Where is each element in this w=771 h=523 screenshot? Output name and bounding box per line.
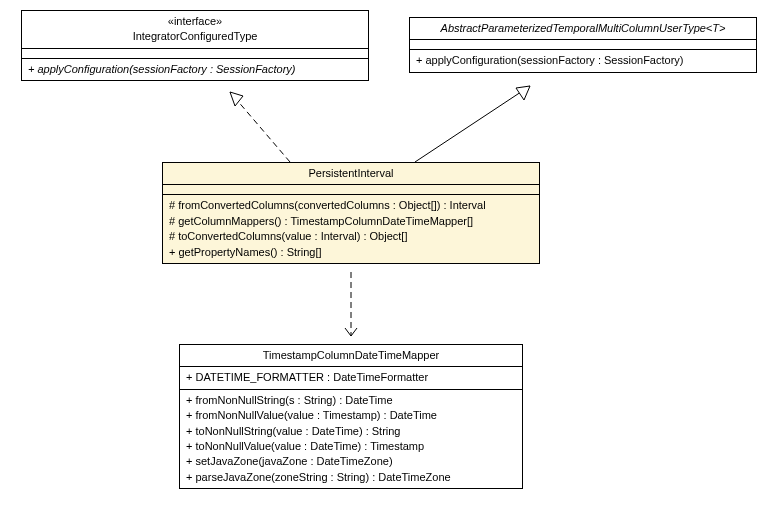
abstract-class-box: AbstractParameterizedTemporalMultiColumn… bbox=[409, 17, 757, 73]
svg-line-0 bbox=[230, 92, 290, 162]
persistent-method-3: + getPropertyNames() : String[] bbox=[169, 245, 533, 260]
persistent-method-2: # toConvertedColumns(value : Interval) :… bbox=[169, 229, 533, 244]
persistent-interval-name: PersistentInterval bbox=[169, 166, 533, 181]
mapper-method-2: + toNonNullString(value : DateTime) : St… bbox=[186, 424, 516, 439]
mapper-class-box: TimestampColumnDateTimeMapper + DATETIME… bbox=[179, 344, 523, 489]
mapper-field-0: + DATETIME_FORMATTER : DateTimeFormatter bbox=[186, 370, 516, 385]
mapper-method-3: + toNonNullValue(value : DateTime) : Tim… bbox=[186, 439, 516, 454]
mapper-method-1: + fromNonNullValue(value : Timestamp) : … bbox=[186, 408, 516, 423]
abstract-class-name: AbstractParameterizedTemporalMultiColumn… bbox=[416, 21, 750, 36]
mapper-method-5: + parseJavaZone(zoneString : String) : D… bbox=[186, 470, 516, 485]
interface-method: + applyConfiguration(sessionFactory : Se… bbox=[28, 62, 362, 77]
abstract-method: + applyConfiguration(sessionFactory : Se… bbox=[416, 53, 750, 68]
mapper-class-name: TimestampColumnDateTimeMapper bbox=[186, 348, 516, 363]
mapper-method-0: + fromNonNullString(s : String) : DateTi… bbox=[186, 393, 516, 408]
stereotype-label: «interface» bbox=[28, 14, 362, 29]
svg-line-5 bbox=[345, 328, 351, 336]
interface-attributes-section bbox=[22, 49, 368, 59]
abstract-attributes-section bbox=[410, 40, 756, 50]
persistent-interval-class-box: PersistentInterval # fromConvertedColumn… bbox=[162, 162, 540, 264]
svg-line-2 bbox=[415, 86, 530, 162]
svg-marker-1 bbox=[230, 92, 243, 106]
persistent-attributes-section bbox=[163, 185, 539, 195]
svg-line-6 bbox=[351, 328, 357, 336]
mapper-method-4: + setJavaZone(javaZone : DateTimeZone) bbox=[186, 454, 516, 469]
persistent-method-1: # getColumnMappers() : TimestampColumnDa… bbox=[169, 214, 533, 229]
interface-class-box: «interface» IntegratorConfiguredType + a… bbox=[21, 10, 369, 81]
interface-name: IntegratorConfiguredType bbox=[28, 29, 362, 44]
svg-marker-3 bbox=[516, 86, 530, 100]
persistent-method-0: # fromConvertedColumns(convertedColumns … bbox=[169, 198, 533, 213]
